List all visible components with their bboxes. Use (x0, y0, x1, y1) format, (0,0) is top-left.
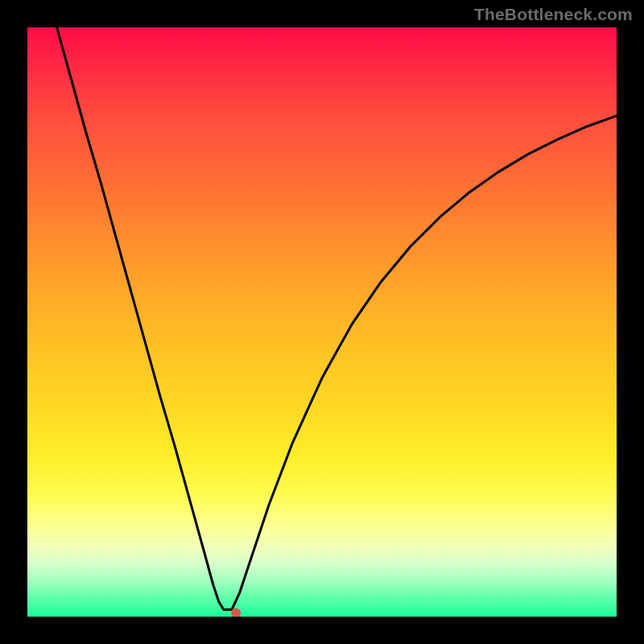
bottleneck-curve (57, 27, 617, 609)
watermark-text: TheBottleneck.com (474, 5, 633, 24)
curve-layer (27, 27, 617, 617)
chart-container: TheBottleneck.com (0, 0, 644, 644)
